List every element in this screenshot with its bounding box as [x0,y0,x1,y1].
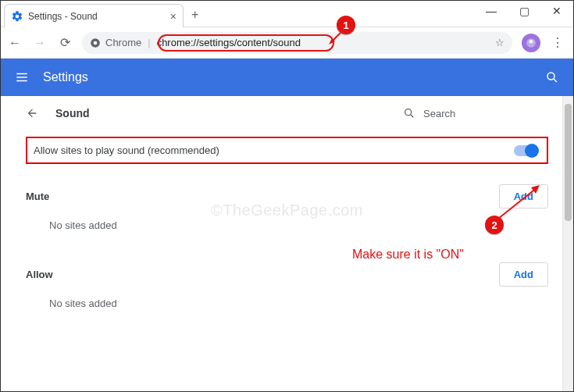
svg-line-7 [411,115,413,117]
allow-empty-text: No sites added [49,298,548,309]
omnibox-url: chrome://settings/content/sound [157,37,301,48]
page-subheader: Sound Search [1,96,562,119]
browser-tab[interactable]: Settings - Sound × [4,4,184,27]
tab-title: Settings - Sound [28,11,98,22]
hamburger-icon [15,70,29,84]
svg-point-1 [94,41,98,45]
new-tab-button[interactable]: + [191,8,198,22]
avatar-icon [526,37,537,48]
mute-section-header: Mute Add [26,184,548,208]
hamburger-menu-button[interactable] [15,70,29,84]
scrollbar-track[interactable] [562,96,573,391]
settings-search-button[interactable] [545,70,559,84]
content-area: Sound Search Allow sites to play sound (… [1,96,573,391]
svg-point-4 [547,73,554,80]
settings-toolbar: Settings [1,59,573,96]
page-back-button[interactable] [26,107,38,119]
profile-avatar[interactable] [522,34,540,52]
allow-sound-toggle[interactable] [514,145,537,156]
gear-icon [11,10,23,23]
annotation-circle-2: 2 [485,216,504,234]
page-title: Sound [55,107,90,119]
omnibox-chip-label: Chrome [105,37,141,48]
omnibox-separator: | [148,37,150,48]
window-titlebar: Settings - Sound × + — ▢ ✕ [1,1,573,27]
minimize-button[interactable]: — [475,1,508,21]
address-bar-row: ← → ⟳ Chrome | chrome://settings/content… [1,27,573,59]
annotation-caption: Make sure it is "ON" [352,248,464,262]
chrome-icon [90,37,101,48]
page-search-placeholder: Search [423,108,455,119]
allow-title: Allow [26,269,53,280]
mute-title: Mute [26,191,49,202]
allow-sound-row: Allow sites to play sound (recommended) [26,137,548,164]
window-controls: — ▢ ✕ [475,1,573,21]
scrollbar-thumb[interactable] [565,104,572,221]
search-icon [403,107,415,119]
allow-sound-label: Allow sites to play sound (recommended) [34,144,219,156]
annotation-circle-1: 1 [337,16,355,34]
toggle-knob [525,144,539,158]
allow-section-header: Allow Add [26,262,548,287]
mute-add-button[interactable]: Add [499,184,548,208]
close-window-button[interactable]: ✕ [540,1,573,21]
nav-back-button[interactable]: ← [7,35,23,51]
svg-point-6 [405,109,412,116]
maximize-button[interactable]: ▢ [508,1,540,21]
page-search[interactable]: Search [403,107,544,119]
omnibox-chip: Chrome [90,37,141,48]
mute-empty-text: No sites added [49,219,548,231]
svg-line-5 [554,79,557,82]
omnibox[interactable]: Chrome | chrome://settings/content/sound… [82,32,512,54]
search-icon [545,70,559,84]
nav-forward-button[interactable]: → [32,35,48,51]
settings-title: Settings [43,70,88,84]
arrow-left-icon [26,107,38,119]
close-tab-icon[interactable]: × [170,10,176,23]
browser-menu-button[interactable]: ⋮ [550,35,565,51]
bookmark-star-icon[interactable]: ☆ [495,37,504,48]
allow-add-button[interactable]: Add [499,262,548,287]
nav-reload-button[interactable]: ⟳ [57,35,73,51]
svg-point-3 [529,39,533,43]
